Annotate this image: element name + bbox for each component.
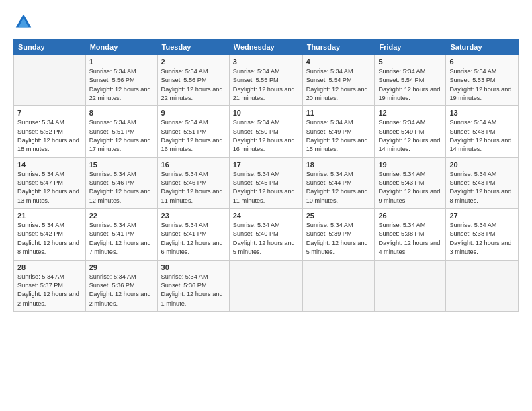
day-number: 12 xyxy=(378,109,442,117)
day-info: Sunrise: 5:34 AM Sunset: 5:55 PM Dayligh… xyxy=(233,67,299,103)
header-cell-wednesday: Wednesday xyxy=(229,40,302,55)
week-row-3: 14Sunrise: 5:34 AM Sunset: 5:47 PM Dayli… xyxy=(14,157,519,208)
day-info: Sunrise: 5:34 AM Sunset: 5:49 PM Dayligh… xyxy=(378,118,442,154)
week-row-2: 7Sunrise: 5:34 AM Sunset: 5:52 PM Daylig… xyxy=(14,106,519,157)
day-cell: 1Sunrise: 5:34 AM Sunset: 5:56 PM Daylig… xyxy=(85,55,157,106)
day-cell xyxy=(446,260,519,311)
day-cell: 6Sunrise: 5:34 AM Sunset: 5:53 PM Daylig… xyxy=(446,55,519,106)
day-cell xyxy=(14,55,86,106)
day-number: 2 xyxy=(161,58,226,66)
day-cell: 27Sunrise: 5:34 AM Sunset: 5:38 PM Dayli… xyxy=(446,209,519,260)
day-cell xyxy=(229,260,302,311)
logo xyxy=(13,12,36,32)
day-info: Sunrise: 5:34 AM Sunset: 5:50 PM Dayligh… xyxy=(233,118,299,154)
day-cell: 4Sunrise: 5:34 AM Sunset: 5:54 PM Daylig… xyxy=(302,55,375,106)
header-cell-friday: Friday xyxy=(375,40,446,55)
day-cell: 3Sunrise: 5:34 AM Sunset: 5:55 PM Daylig… xyxy=(229,55,302,106)
day-cell: 19Sunrise: 5:34 AM Sunset: 5:43 PM Dayli… xyxy=(375,157,446,208)
day-cell: 10Sunrise: 5:34 AM Sunset: 5:50 PM Dayli… xyxy=(229,106,302,157)
day-cell: 22Sunrise: 5:34 AM Sunset: 5:41 PM Dayli… xyxy=(85,209,157,260)
day-number: 6 xyxy=(449,58,515,66)
day-number: 7 xyxy=(17,109,82,117)
day-info: Sunrise: 5:34 AM Sunset: 5:52 PM Dayligh… xyxy=(17,118,82,154)
week-row-5: 28Sunrise: 5:34 AM Sunset: 5:37 PM Dayli… xyxy=(14,260,519,311)
day-cell: 21Sunrise: 5:34 AM Sunset: 5:42 PM Dayli… xyxy=(14,209,86,260)
day-info: Sunrise: 5:34 AM Sunset: 5:54 PM Dayligh… xyxy=(306,67,371,103)
day-cell: 24Sunrise: 5:34 AM Sunset: 5:40 PM Dayli… xyxy=(229,209,302,260)
day-number: 8 xyxy=(89,109,154,117)
page: SundayMondayTuesdayWednesdayThursdayFrid… xyxy=(0,0,532,411)
day-cell xyxy=(302,260,375,311)
day-info: Sunrise: 5:34 AM Sunset: 5:43 PM Dayligh… xyxy=(449,170,515,205)
header-cell-sunday: Sunday xyxy=(14,40,86,55)
day-number: 13 xyxy=(449,109,515,117)
day-number: 23 xyxy=(161,212,226,220)
day-info: Sunrise: 5:34 AM Sunset: 5:42 PM Dayligh… xyxy=(17,221,82,257)
day-info: Sunrise: 5:34 AM Sunset: 5:46 PM Dayligh… xyxy=(89,170,154,205)
day-info: Sunrise: 5:34 AM Sunset: 5:39 PM Dayligh… xyxy=(306,221,371,257)
day-cell: 16Sunrise: 5:34 AM Sunset: 5:46 PM Dayli… xyxy=(157,157,229,208)
day-info: Sunrise: 5:34 AM Sunset: 5:36 PM Dayligh… xyxy=(89,273,154,308)
day-info: Sunrise: 5:34 AM Sunset: 5:47 PM Dayligh… xyxy=(17,170,82,205)
day-number: 1 xyxy=(89,58,154,66)
day-number: 26 xyxy=(378,212,442,220)
day-info: Sunrise: 5:34 AM Sunset: 5:48 PM Dayligh… xyxy=(449,118,515,154)
calendar-table: SundayMondayTuesdayWednesdayThursdayFrid… xyxy=(13,39,519,312)
week-row-4: 21Sunrise: 5:34 AM Sunset: 5:42 PM Dayli… xyxy=(14,209,519,260)
day-cell: 14Sunrise: 5:34 AM Sunset: 5:47 PM Dayli… xyxy=(14,157,86,208)
day-info: Sunrise: 5:34 AM Sunset: 5:40 PM Dayligh… xyxy=(233,221,299,257)
day-number: 4 xyxy=(306,58,371,66)
day-cell: 7Sunrise: 5:34 AM Sunset: 5:52 PM Daylig… xyxy=(14,106,86,157)
day-info: Sunrise: 5:34 AM Sunset: 5:41 PM Dayligh… xyxy=(161,221,226,257)
day-number: 25 xyxy=(306,212,371,220)
day-cell: 12Sunrise: 5:34 AM Sunset: 5:49 PM Dayli… xyxy=(375,106,446,157)
day-number: 3 xyxy=(233,58,299,66)
day-number: 5 xyxy=(378,58,442,66)
day-cell: 11Sunrise: 5:34 AM Sunset: 5:49 PM Dayli… xyxy=(302,106,375,157)
day-info: Sunrise: 5:34 AM Sunset: 5:38 PM Dayligh… xyxy=(449,221,515,257)
header-cell-saturday: Saturday xyxy=(446,40,519,55)
day-info: Sunrise: 5:34 AM Sunset: 5:56 PM Dayligh… xyxy=(161,67,226,103)
day-cell: 23Sunrise: 5:34 AM Sunset: 5:41 PM Dayli… xyxy=(157,209,229,260)
day-number: 21 xyxy=(17,212,82,220)
header-cell-monday: Monday xyxy=(85,40,157,55)
day-info: Sunrise: 5:34 AM Sunset: 5:44 PM Dayligh… xyxy=(306,170,371,205)
day-cell: 9Sunrise: 5:34 AM Sunset: 5:51 PM Daylig… xyxy=(157,106,229,157)
day-number: 15 xyxy=(89,161,154,169)
day-number: 9 xyxy=(161,109,226,117)
day-cell: 18Sunrise: 5:34 AM Sunset: 5:44 PM Dayli… xyxy=(302,157,375,208)
day-info: Sunrise: 5:34 AM Sunset: 5:38 PM Dayligh… xyxy=(378,221,442,257)
day-number: 27 xyxy=(449,212,515,220)
day-cell: 29Sunrise: 5:34 AM Sunset: 5:36 PM Dayli… xyxy=(85,260,157,311)
day-info: Sunrise: 5:34 AM Sunset: 5:51 PM Dayligh… xyxy=(161,118,226,154)
day-cell: 26Sunrise: 5:34 AM Sunset: 5:38 PM Dayli… xyxy=(375,209,446,260)
day-number: 24 xyxy=(233,212,299,220)
day-cell: 15Sunrise: 5:34 AM Sunset: 5:46 PM Dayli… xyxy=(85,157,157,208)
day-info: Sunrise: 5:34 AM Sunset: 5:51 PM Dayligh… xyxy=(89,118,154,154)
day-info: Sunrise: 5:34 AM Sunset: 5:37 PM Dayligh… xyxy=(17,273,82,308)
day-number: 16 xyxy=(161,161,226,169)
day-number: 20 xyxy=(449,161,515,169)
day-cell: 25Sunrise: 5:34 AM Sunset: 5:39 PM Dayli… xyxy=(302,209,375,260)
day-number: 29 xyxy=(89,263,154,271)
day-info: Sunrise: 5:34 AM Sunset: 5:36 PM Dayligh… xyxy=(161,273,226,308)
day-number: 17 xyxy=(233,161,299,169)
day-info: Sunrise: 5:34 AM Sunset: 5:54 PM Dayligh… xyxy=(378,67,442,103)
day-number: 10 xyxy=(233,109,299,117)
day-cell: 13Sunrise: 5:34 AM Sunset: 5:48 PM Dayli… xyxy=(446,106,519,157)
header-row: SundayMondayTuesdayWednesdayThursdayFrid… xyxy=(14,40,519,55)
day-cell: 20Sunrise: 5:34 AM Sunset: 5:43 PM Dayli… xyxy=(446,157,519,208)
header xyxy=(13,12,519,32)
day-number: 18 xyxy=(306,161,371,169)
day-number: 14 xyxy=(17,161,82,169)
header-cell-thursday: Thursday xyxy=(302,40,375,55)
day-info: Sunrise: 5:34 AM Sunset: 5:53 PM Dayligh… xyxy=(449,67,515,103)
day-info: Sunrise: 5:34 AM Sunset: 5:49 PM Dayligh… xyxy=(306,118,371,154)
day-cell: 5Sunrise: 5:34 AM Sunset: 5:54 PM Daylig… xyxy=(375,55,446,106)
day-number: 28 xyxy=(17,263,82,271)
header-cell-tuesday: Tuesday xyxy=(157,40,229,55)
day-cell: 8Sunrise: 5:34 AM Sunset: 5:51 PM Daylig… xyxy=(85,106,157,157)
day-info: Sunrise: 5:34 AM Sunset: 5:46 PM Dayligh… xyxy=(161,170,226,205)
day-info: Sunrise: 5:34 AM Sunset: 5:56 PM Dayligh… xyxy=(89,67,154,103)
day-info: Sunrise: 5:34 AM Sunset: 5:43 PM Dayligh… xyxy=(378,170,442,205)
